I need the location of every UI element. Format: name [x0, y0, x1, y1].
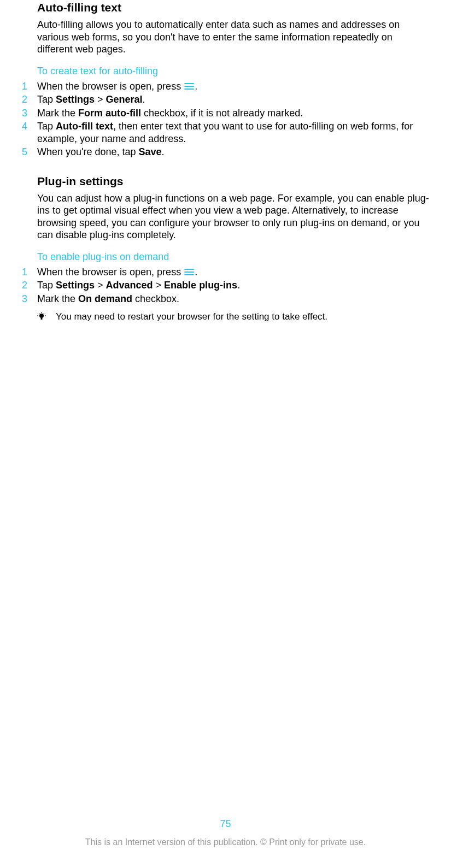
tip: You may need to restart your browser for…	[37, 311, 429, 323]
subheading-enable-plugin: To enable plug-ins on demand	[37, 251, 429, 263]
step-1: 1 When the browser is open, press .	[37, 80, 429, 93]
step-bold: Settings	[56, 94, 95, 105]
step-part: .	[143, 94, 145, 105]
section-body-autofill: Auto-filling allows you to automatically…	[37, 19, 429, 56]
step-part: >	[95, 94, 106, 105]
section-body-plugin: You can adjust how a plug-in functions o…	[37, 192, 429, 241]
step-part: Tap	[37, 94, 56, 105]
steps-plugin: 1 When the browser is open, press . 2 Ta…	[37, 266, 429, 305]
svg-line-6	[44, 313, 45, 314]
step-prefix: When the browser is open, press	[37, 267, 184, 277]
section-heading-plugin: Plug-in settings	[37, 175, 429, 188]
svg-rect-1	[41, 318, 43, 320]
step-number: 1	[22, 266, 37, 279]
step-3: 3 Mark the Form auto-fill checkbox, if i…	[37, 107, 429, 120]
step-part: .	[237, 280, 240, 291]
step-number: 4	[22, 120, 37, 133]
step-part: checkbox.	[132, 293, 179, 304]
step-part: Mark the	[37, 108, 78, 119]
step-text: When the browser is open, press .	[37, 266, 429, 279]
svg-point-0	[39, 314, 44, 318]
svg-line-5	[39, 313, 40, 314]
step-1: 1 When the browser is open, press .	[37, 266, 429, 279]
step-text: Mark the Form auto-fill checkbox, if it …	[37, 107, 429, 120]
step-bold: Settings	[56, 280, 95, 291]
step-4: 4 Tap Auto-fill text, then enter text th…	[37, 120, 429, 145]
footer-text: This is an Internet version of this publ…	[0, 837, 451, 847]
step-part: >	[153, 280, 165, 291]
menu-icon	[184, 81, 194, 91]
step-bold: Form auto-fill	[78, 108, 141, 119]
step-bold: On demand	[78, 293, 132, 304]
section-heading-autofill: Auto-filling text	[37, 1, 429, 14]
step-part: >	[95, 280, 106, 291]
menu-icon	[184, 267, 194, 277]
lightbulb-icon	[37, 311, 56, 323]
step-part: Mark the	[37, 293, 78, 304]
step-prefix: When the browser is open, press	[37, 81, 184, 92]
step-suffix: .	[195, 81, 197, 92]
step-number: 2	[22, 93, 37, 106]
step-3: 3 Mark the On demand checkbox.	[37, 293, 429, 305]
step-part: checkbox, if it is not already marked.	[141, 108, 303, 119]
tip-text: You may need to restart your browser for…	[56, 311, 327, 322]
step-number: 2	[22, 279, 37, 292]
step-bold: General	[106, 94, 143, 105]
step-text: Mark the On demand checkbox.	[37, 293, 429, 305]
step-number: 3	[22, 293, 37, 305]
step-number: 1	[22, 80, 37, 93]
step-2: 2 Tap Settings > General.	[37, 93, 429, 106]
step-bold: Auto-fill text	[56, 121, 113, 132]
step-bold: Advanced	[106, 280, 153, 291]
step-suffix: .	[195, 267, 197, 277]
step-text: Tap Settings > Advanced > Enable plug-in…	[37, 279, 429, 292]
step-part: Tap	[37, 121, 56, 132]
steps-autofill: 1 When the browser is open, press . 2 Ta…	[37, 80, 429, 158]
subheading-create-autofill: To create text for auto-filling	[37, 66, 429, 77]
step-bold: Save	[139, 146, 162, 157]
step-2: 2 Tap Settings > Advanced > Enable plug-…	[37, 279, 429, 292]
step-number: 5	[22, 146, 37, 158]
step-text: Tap Auto-fill text, then enter text that…	[37, 120, 429, 145]
step-part: Tap	[37, 280, 56, 291]
page-number: 75	[0, 818, 451, 830]
step-text: When the browser is open, press .	[37, 80, 429, 93]
step-part: .	[162, 146, 165, 157]
step-text: Tap Settings > General.	[37, 93, 429, 106]
step-text: When you're done, tap Save.	[37, 146, 429, 158]
step-5: 5 When you're done, tap Save.	[37, 146, 429, 158]
step-part: When you're done, tap	[37, 146, 139, 157]
step-number: 3	[22, 107, 37, 120]
step-bold: Enable plug-ins	[164, 280, 237, 291]
